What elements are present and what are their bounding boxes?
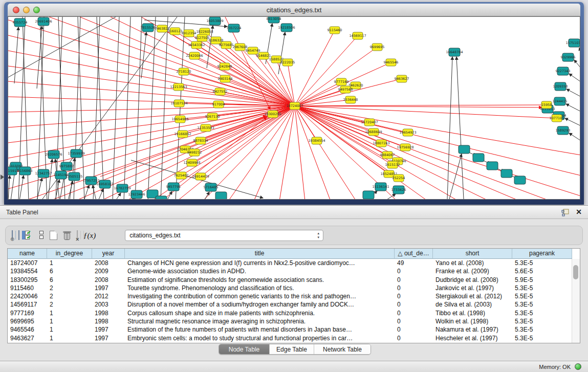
graph-node-teal[interactable] bbox=[215, 192, 227, 200]
new-document-icon[interactable] bbox=[50, 231, 57, 240]
column-header-out_de[interactable]: △ out_de… bbox=[395, 249, 433, 259]
graph-node-teal[interactable] bbox=[363, 191, 374, 199]
memory-status-label: Memory: OK bbox=[539, 364, 571, 370]
tab-edge-table[interactable]: Edge Table bbox=[269, 344, 314, 354]
float-panel-icon[interactable] bbox=[561, 209, 570, 216]
column-header-name[interactable]: name bbox=[8, 249, 47, 259]
function-builder-icon[interactable]: ƒ(x) bbox=[83, 231, 96, 240]
graph-node-label: 20206576 bbox=[45, 152, 62, 157]
graph-node-label: 16958107 bbox=[96, 182, 113, 186]
graph-node-label: 5716485 bbox=[204, 185, 219, 189]
table-panel-header: Table Panel ✕ bbox=[0, 205, 588, 219]
graph-node-label: 19218506 bbox=[278, 26, 295, 30]
black-edge bbox=[567, 89, 580, 97]
red-edge bbox=[295, 106, 551, 200]
graph-node-label: 9267130 bbox=[205, 115, 220, 119]
delete-trash-icon[interactable] bbox=[63, 231, 71, 240]
black-edge bbox=[456, 57, 464, 199]
cell: Tibbo et al. (1998) bbox=[433, 309, 512, 317]
table-toolbar: ⚙ ✔ ✔ ✕ ƒ(x) citations_edges.txt ▲▼ bbox=[5, 226, 583, 245]
graph-node-label: 17359939 bbox=[68, 151, 84, 156]
graph-node-label: 15958 bbox=[541, 103, 552, 107]
cell: 1 bbox=[47, 309, 92, 317]
cell: 0 bbox=[395, 276, 433, 284]
window-title: citations_edges.txt bbox=[8, 6, 580, 14]
black-edge bbox=[447, 57, 452, 199]
black-edge bbox=[68, 181, 73, 200]
graph-node-label: 9498212 bbox=[187, 150, 202, 155]
select-all-icon[interactable]: ✔ ✔ bbox=[25, 231, 33, 240]
graph-node-teal[interactable] bbox=[514, 176, 526, 184]
graph-node-label: 8813054 bbox=[267, 17, 281, 21]
column-header-short[interactable]: short bbox=[433, 249, 512, 259]
table-row[interactable]: 2242004622012Investigating the contribut… bbox=[8, 292, 580, 300]
graph-node-label: 1244415 bbox=[553, 99, 568, 103]
tab-node-table[interactable]: Node Table bbox=[219, 344, 269, 354]
graph-node-teal[interactable] bbox=[156, 196, 167, 200]
graph-node-label: 7815526 bbox=[141, 26, 156, 30]
cell: 2 bbox=[47, 284, 92, 292]
tab-network-table[interactable]: Network Table bbox=[314, 344, 371, 354]
graph-node-label: 9242848 bbox=[217, 64, 232, 69]
cell: 0 bbox=[395, 267, 433, 275]
graph-node-label: 15136141 bbox=[372, 185, 389, 189]
window-titlebar[interactable]: citations_edges.txt bbox=[8, 4, 580, 16]
graph-node-label: 1209358 bbox=[553, 84, 568, 89]
black-edge bbox=[566, 104, 580, 112]
graph-node-label: 19654923 bbox=[399, 130, 416, 135]
table-panel-title: Table Panel bbox=[6, 209, 38, 216]
cell: 5.3E-5 bbox=[512, 334, 572, 342]
black-edge bbox=[129, 199, 135, 200]
graph-node-teal[interactable] bbox=[459, 145, 470, 154]
graph-node-label: 20691406 bbox=[35, 19, 52, 24]
cell: 1998 bbox=[92, 317, 125, 325]
table-row[interactable]: 1456911722003Disruption of a novel membe… bbox=[8, 300, 580, 309]
black-edge bbox=[579, 48, 580, 53]
black-edge bbox=[97, 17, 104, 200]
column-header-in_degree[interactable]: in_degree bbox=[47, 249, 92, 259]
graph-node-teal[interactable] bbox=[487, 162, 498, 170]
graph-node-label: 8427552 bbox=[213, 90, 228, 94]
table-row[interactable]: 1872400712008Changes of HCN gene express… bbox=[8, 259, 580, 267]
graph-node-label: 16648784 bbox=[446, 50, 463, 54]
close-panel-icon[interactable]: ✕ bbox=[576, 208, 582, 216]
vertical-scrollbar[interactable] bbox=[572, 259, 580, 343]
cell: 5.3E-5 bbox=[512, 259, 572, 267]
table-selector-dropdown[interactable]: citations_edges.txt ▲▼ bbox=[125, 230, 323, 241]
red-edge bbox=[295, 106, 542, 107]
table-row[interactable]: 946362711997Embryonic stem cells: a mode… bbox=[8, 334, 580, 342]
cell: 0 bbox=[395, 309, 433, 317]
select-column-icon[interactable] bbox=[18, 231, 19, 240]
table-row[interactable]: 946554611997Estimation of the future num… bbox=[8, 325, 580, 334]
black-edge bbox=[113, 17, 119, 200]
graph-node-teal[interactable] bbox=[501, 169, 512, 178]
cell: Yano et al. (2008) bbox=[433, 259, 512, 267]
cell: 1997 bbox=[92, 334, 125, 342]
scrollbar-thumb[interactable] bbox=[573, 265, 578, 279]
cell: 18300295 bbox=[8, 276, 47, 284]
red-edge bbox=[295, 106, 374, 132]
graph-node-label: 22420046 bbox=[186, 54, 203, 58]
column-header-title[interactable]: title bbox=[125, 249, 395, 259]
table-row[interactable]: 1938455462009Genome-wide association stu… bbox=[8, 267, 580, 275]
memory-ok-indicator-icon[interactable] bbox=[575, 363, 581, 370]
column-header-year[interactable]: year bbox=[92, 249, 125, 259]
column-header-pagerank[interactable]: pagerank bbox=[512, 249, 572, 259]
table-row[interactable]: 969969511998Structural magnetic resonanc… bbox=[8, 317, 580, 325]
cell: 1997 bbox=[92, 325, 125, 334]
cell: 5.3E-5 bbox=[512, 325, 572, 334]
graph-node-label: 13505135 bbox=[66, 174, 82, 179]
graph-node-teal[interactable] bbox=[473, 154, 484, 162]
graph-node-label: 18226058 bbox=[196, 30, 213, 34]
table-row[interactable]: 977716911998Corpus callosum shape and si… bbox=[8, 309, 580, 317]
table-row[interactable]: 1830029562008Estimation of significance … bbox=[8, 276, 580, 284]
collapsed-panel-arrow-icon[interactable] bbox=[1, 174, 4, 180]
network-canvas[interactable]: 4355724206914067815526160538097357224881… bbox=[8, 16, 580, 200]
table-body: 1872400712008Changes of HCN gene express… bbox=[8, 259, 580, 342]
cell: 5.3E-5 bbox=[512, 300, 572, 309]
clear-selection-icon[interactable] bbox=[39, 231, 44, 240]
table-row[interactable]: 911546021997Tourette syndrome. Phenomeno… bbox=[8, 284, 580, 292]
graph-node-label: 16914479 bbox=[192, 174, 209, 179]
cell: 22420046 bbox=[8, 292, 47, 300]
table-settings-icon[interactable]: ⚙ bbox=[12, 231, 13, 240]
